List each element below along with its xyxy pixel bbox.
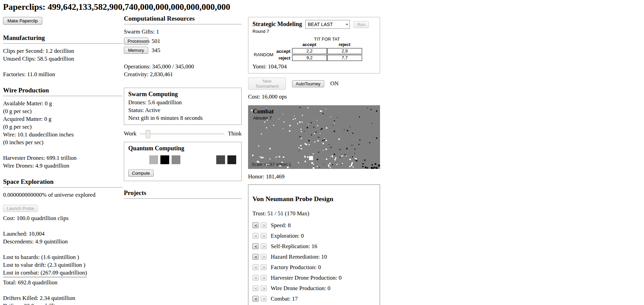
strategic-modeling-panel: Strategic Modeling BEAT LAST ▾ Run Round… [248, 17, 380, 73]
probe-stat-row: < > Hazard Remediation: 10 [252, 253, 376, 261]
work-label: Work [124, 130, 136, 137]
probe-stat-row: < > Speed: 8 [252, 222, 376, 229]
combat-ship-dot [352, 156, 353, 157]
combat-ship-dot [359, 116, 360, 117]
work-think-slider[interactable] [140, 133, 224, 134]
probe-stat-row: < > Harvester Drone Production: 0 [252, 274, 376, 282]
autotourney-button[interactable]: AutoTourney [292, 80, 324, 87]
combat-ship-dot [359, 139, 360, 140]
decrement-button[interactable]: < [252, 285, 259, 291]
combat-ship-dot [365, 167, 367, 168]
combat-ship-dot [326, 158, 327, 160]
combat-ship-dot [261, 133, 262, 134]
decrement-button[interactable]: < [252, 243, 259, 249]
increment-button[interactable]: > [261, 222, 267, 228]
combat-ship-dot [334, 131, 335, 132]
combat-ship-dot [339, 149, 340, 150]
combat-ship-dot [275, 157, 276, 158]
combat-ship-dot [299, 136, 301, 137]
quantum-chip [194, 155, 203, 164]
slider-handle[interactable] [146, 130, 150, 138]
decrement-button[interactable]: < [252, 222, 259, 228]
operations-count: Operations: 345,000 / 345,000 [124, 63, 242, 70]
combat-ship-dot [330, 156, 331, 157]
combat-ship-dot [301, 138, 302, 139]
payoff-cell: 7,7 [327, 55, 362, 61]
row-player-label: RANDOM [252, 52, 275, 57]
combat-ship-dot [332, 164, 333, 165]
manufacturing-heading: Manufacturing [3, 34, 123, 44]
make-paperclip-button[interactable]: Make Paperclip [3, 17, 42, 25]
chevron-down-icon: ▾ [346, 23, 348, 26]
combat-ship-dot [273, 125, 274, 126]
combat-ship-dot [329, 166, 330, 166]
combat-ship-dot [341, 156, 342, 157]
increment-button[interactable]: > [261, 254, 267, 260]
combat-ship-dot [301, 129, 302, 130]
combat-ship-dot [344, 129, 345, 130]
unused-clips: Unused Clips: 58.5 quadrillion [3, 55, 123, 63]
add-processor-button[interactable]: Processors [124, 38, 148, 45]
combat-ship-dot [260, 156, 261, 157]
page-title: Paperclips: 499,642,133,582,900,740,000,… [3, 2, 644, 12]
increment-button[interactable]: > [261, 233, 267, 239]
quantum-chip [227, 155, 236, 164]
decrement-button[interactable]: < [252, 296, 259, 302]
combat-ship-dot [299, 122, 301, 123]
probe-stat-label: Exploration: 0 [271, 233, 304, 239]
combat-ship-dot [283, 114, 283, 114]
increment-button[interactable]: > [261, 264, 267, 270]
round-indicator: Round 7 [252, 29, 376, 34]
add-memory-button[interactable]: Memory [124, 47, 148, 54]
combat-ship-dot [269, 158, 270, 159]
increment-button[interactable]: > [261, 296, 267, 302]
combat-ship-dot [334, 159, 336, 160]
strategy-select[interactable]: BEAT LAST ▾ [305, 20, 350, 29]
launch-probe-button[interactable]: Launch Probe [3, 205, 38, 212]
acquired-matter: Acquired Matter: 0 g [3, 115, 123, 123]
new-tournament-button[interactable]: New Tournament [248, 78, 286, 90]
combat-ship-dot [340, 157, 341, 158]
column-player-label: TIT FOR TAT [292, 37, 362, 42]
row-header-reject: reject [275, 56, 292, 61]
combat-ship-dot [266, 108, 267, 109]
increment-button[interactable]: > [261, 243, 267, 249]
decrement-button[interactable]: < [252, 275, 259, 281]
combat-ship-dot [342, 155, 343, 156]
combat-ship-dot [354, 149, 355, 150]
compute-button[interactable]: Compute [128, 170, 154, 177]
increment-button[interactable]: > [261, 285, 267, 291]
yomi-count: Yomi: 104,704 [252, 63, 376, 70]
increment-button[interactable]: > [261, 275, 267, 281]
run-button[interactable]: Run [353, 21, 369, 28]
battle-name: Aboukir 7 [253, 115, 272, 121]
combat-ship-dot [354, 153, 355, 154]
quantum-chip [149, 155, 158, 164]
combat-ship-dot [356, 160, 357, 161]
decrement-button[interactable]: < [252, 264, 259, 270]
strategy-selected-value: BEAT LAST [308, 22, 333, 27]
wire-count: Wire: 10.1 duodecillion inches [3, 131, 123, 138]
decrement-button[interactable]: < [252, 233, 259, 239]
quantum-chip [205, 155, 214, 164]
combat-ship-dot [367, 108, 368, 108]
combat-ship-dot [299, 150, 299, 151]
left-column: Make Paperclip Manufacturing Clips per S… [3, 17, 123, 305]
decrement-button[interactable]: < [252, 254, 259, 260]
drifters-count: Drifters: 32.0 quadrillion [3, 302, 123, 305]
combat-ship-dot [336, 164, 337, 165]
probe-trust: Trust: 51 / 51 (170 Max) [252, 210, 376, 217]
probe-stat-label: Hazard Remediation: 10 [271, 254, 327, 260]
combat-ship-dot [261, 157, 263, 158]
combat-ship-dot [346, 148, 348, 149]
combat-ship-dot [349, 166, 351, 167]
combat-ship-dot [300, 145, 302, 146]
combat-ship-dot [350, 159, 351, 160]
probe-stat-label: Self-Replication: 16 [271, 243, 317, 250]
probe-stat-label: Speed: 8 [271, 222, 291, 229]
combat-ship-dot [297, 123, 298, 124]
quantum-computing-heading: Quantum Computing [128, 145, 237, 152]
combat-ship-dot [350, 127, 351, 127]
combat-display: Combat Aboukir 7 Scale = 267 trillion:1 [248, 105, 380, 169]
swarm-computing-heading: Swarm Computing [128, 91, 237, 98]
